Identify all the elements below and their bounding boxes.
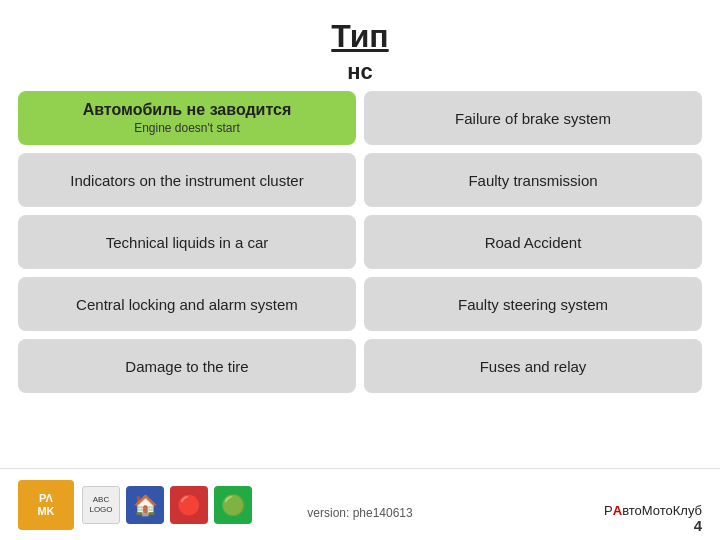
card-text: Central locking and alarm system	[76, 296, 298, 313]
card-faulty-steering[interactable]: Faulty steering system	[364, 277, 702, 331]
card-text: Failure of brake system	[455, 110, 611, 127]
brand-bold-a: А	[613, 503, 622, 518]
card-main-text: Автомобиль не заводится	[83, 101, 292, 119]
card-brake-failure[interactable]: Failure of brake system	[364, 91, 702, 145]
card-sub-text: Engine doesn't start	[83, 121, 292, 135]
card-tech-liquids[interactable]: Technical liquids in a car	[18, 215, 356, 269]
house-logo: 🏠	[126, 486, 164, 524]
card-central-locking[interactable]: Central locking and alarm system	[18, 277, 356, 331]
card-road-accident[interactable]: Road Accident	[364, 215, 702, 269]
card-indicators[interactable]: Indicators on the instrument cluster	[18, 153, 356, 207]
card-faulty-transmission[interactable]: Faulty transmission	[364, 153, 702, 207]
card-text: Faulty steering system	[458, 296, 608, 313]
page-number: 4	[694, 517, 702, 534]
card-text: Faulty transmission	[468, 172, 597, 189]
version-label: version: phe140613	[307, 506, 412, 520]
card-car-wont-start[interactable]: Автомобиль не заводится Engine doesn't s…	[18, 91, 356, 145]
card-grid: Автомобиль не заводится Engine doesn't s…	[0, 91, 720, 393]
page-title: Тип	[0, 8, 720, 59]
page-subtitle: нс	[0, 59, 720, 85]
abc-logo: ABCLOGO	[82, 486, 120, 524]
card-fuses-relay[interactable]: Fuses and relay	[364, 339, 702, 393]
partner-logos: ABCLOGO 🏠 🔴 🟢	[82, 486, 252, 524]
brand-prefix: Р	[604, 503, 613, 518]
red-logo: 🔴	[170, 486, 208, 524]
brand-suffix: втоМотоКлуб	[622, 503, 702, 518]
card-text: Damage to the tire	[125, 358, 248, 375]
pamk-logo: ΡΛΜΚ	[18, 480, 74, 530]
green-logo: 🟢	[214, 486, 252, 524]
brand-text: РАвтоМотоКлуб	[604, 503, 702, 518]
card-damage-tire[interactable]: Damage to the tire	[18, 339, 356, 393]
card-text: Road Accident	[485, 234, 582, 251]
card-text: Indicators on the instrument cluster	[70, 172, 303, 189]
footer: ΡΛΜΚ ABCLOGO 🏠 🔴 🟢 version: phe140613 РА…	[0, 468, 720, 540]
card-text: Fuses and relay	[480, 358, 587, 375]
card-text: Technical liquids in a car	[106, 234, 269, 251]
